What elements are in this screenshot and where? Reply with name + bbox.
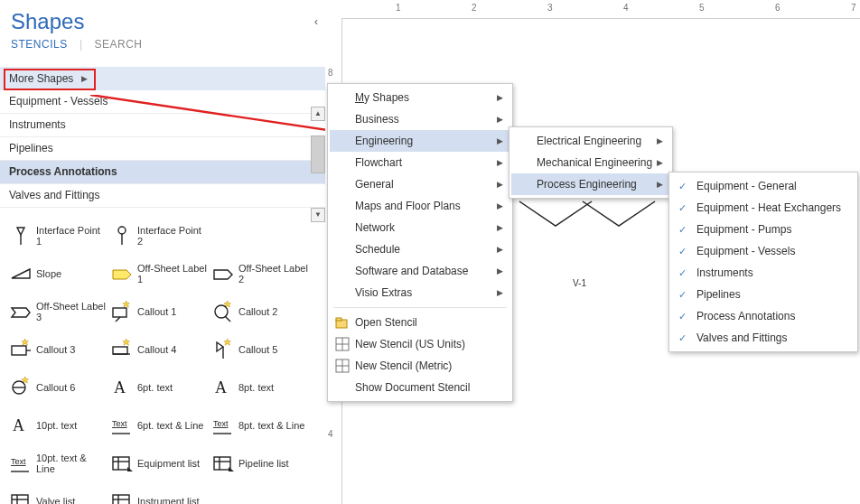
- chevron-right-icon: ▶: [497, 238, 503, 260]
- menu-item-procann[interactable]: ✓Process Annotations: [671, 305, 855, 327]
- menu-item-label: Visio Extras: [355, 286, 412, 299]
- more-shapes-row[interactable]: More Shapes ▶: [0, 67, 325, 90]
- svg-text:A: A: [215, 378, 227, 397]
- stencil-list: Equipment - VesselsInstrumentsPipelinesP…: [0, 90, 325, 208]
- scroll-down-button[interactable]: ▼: [311, 208, 325, 222]
- menu-item-flowchart[interactable]: Flowchart▶: [330, 152, 510, 173]
- svg-point-10: [215, 305, 228, 318]
- menu-item-pipes[interactable]: ✓Pipelines: [671, 284, 855, 305]
- shape-label: Pipeline list: [235, 458, 309, 469]
- menu-item-eqpump[interactable]: ✓Equipment - Pumps: [671, 219, 855, 240]
- svg-rect-12: [12, 346, 26, 355]
- shape-callout5[interactable]: Callout 5: [211, 338, 313, 374]
- menu-item-business[interactable]: Business▶: [330, 108, 510, 130]
- shape-interface1[interactable]: Interface Point 1: [9, 224, 110, 260]
- menu-item-label: Equipment - Heat Exchangers: [696, 201, 841, 214]
- equiplist-icon: [110, 452, 134, 475]
- shape-pipelist[interactable]: Pipeline list: [211, 452, 313, 488]
- chevron-right-icon: ▶: [497, 108, 503, 130]
- txt8-icon: A: [211, 376, 235, 399]
- shape-label: Off-Sheet Label 1: [134, 263, 208, 285]
- menu-item-elec[interactable]: Electrical Engineering▶: [511, 130, 670, 152]
- shape-slope[interactable]: Slope: [9, 262, 110, 298]
- shape-offsheet1[interactable]: Off-Sheet Label 1: [110, 262, 211, 298]
- menu-item-label: Valves and Fittings: [696, 331, 788, 344]
- shape-label: Instrument list: [134, 496, 208, 504]
- shape-instrlist[interactable]: Instrument list: [110, 490, 211, 504]
- stencil-item[interactable]: Instruments: [0, 114, 325, 137]
- chevron-right-icon: ▶: [657, 173, 663, 195]
- stencil-item[interactable]: Equipment - Vessels: [0, 90, 325, 114]
- menu-item-myshapes[interactable]: My Shapes▶: [330, 87, 510, 108]
- menu-item-label: Flowchart: [355, 156, 402, 169]
- slope-icon: [9, 262, 33, 285]
- shape-interface2[interactable]: Interface Point 2: [110, 224, 211, 260]
- valvelist-icon: [9, 490, 33, 504]
- svg-rect-29: [113, 457, 129, 470]
- menu-item-eqgen[interactable]: ✓Equipment - General: [671, 175, 855, 197]
- shape-label: 10pt. text & Line: [33, 453, 107, 474]
- stencil-item[interactable]: Process Annotations: [0, 161, 325, 184]
- menu-item-maps[interactable]: Maps and Floor Plans▶: [330, 195, 510, 217]
- menu-item-label: Electrical Engineering: [537, 135, 641, 147]
- menu-item-engineering[interactable]: Engineering▶: [330, 130, 510, 152]
- shape-callout6[interactable]: Callout 6: [9, 376, 110, 412]
- menu-item-eqhx[interactable]: ✓Equipment - Heat Exchangers: [671, 197, 855, 219]
- menu-item-schedule[interactable]: Schedule▶: [330, 238, 510, 260]
- menu-item-open[interactable]: Open Stencil: [330, 312, 510, 333]
- scroll-up-button[interactable]: ▲: [311, 107, 325, 121]
- svg-marker-32: [127, 467, 133, 471]
- shape-callout1[interactable]: Callout 1: [110, 300, 211, 336]
- shape-txt6[interactable]: A6pt. text: [110, 376, 211, 412]
- shape-txt10[interactable]: A10pt. text: [9, 414, 110, 450]
- tab-separator: |: [79, 38, 91, 51]
- menu-item-software[interactable]: Software and Database▶: [330, 260, 510, 282]
- offsheet3-icon: [9, 300, 33, 323]
- menu-process-engineering: ✓Equipment - General✓Equipment - Heat Ex…: [668, 172, 858, 352]
- menu-item-eqves[interactable]: ✓Equipment - Vessels: [671, 240, 855, 262]
- vessel-shape[interactable]: [515, 199, 659, 226]
- chevron-right-icon: ▶: [497, 217, 503, 238]
- stencil-scrollbar[interactable]: ▲ ▼: [311, 107, 325, 222]
- menu-item-proc[interactable]: Process Engineering▶: [511, 173, 670, 195]
- check-icon: ✓: [678, 240, 687, 262]
- shape-offsheet3[interactable]: Off-Sheet Label 3: [9, 300, 110, 336]
- menu-item-instr[interactable]: ✓Instruments: [671, 262, 855, 284]
- menu-item-extras[interactable]: Visio Extras▶: [330, 282, 510, 303]
- scroll-thumb[interactable]: [311, 135, 325, 173]
- menu-item-network[interactable]: Network▶: [330, 217, 510, 238]
- shape-equiplist[interactable]: Equipment list: [110, 452, 211, 488]
- check-icon: ✓: [678, 262, 687, 284]
- tab-stencils[interactable]: STENCILS: [11, 38, 77, 51]
- check-icon: ✓: [678, 219, 687, 240]
- menu-item-valves[interactable]: ✓Valves and Fittings: [671, 327, 855, 349]
- shape-valvelist[interactable]: Valve list: [9, 490, 110, 504]
- shape-txt6l[interactable]: Text6pt. text & Line: [110, 414, 211, 450]
- shape-label: Interface Point 1: [33, 225, 107, 247]
- chevron-right-icon: ▶: [497, 260, 503, 282]
- shape-txt8[interactable]: A8pt. text: [211, 376, 313, 412]
- menu-item-general[interactable]: General▶: [330, 173, 510, 195]
- menu-item-newmet[interactable]: New Stencil (Metric): [330, 355, 510, 377]
- collapse-chevron-icon[interactable]: ‹: [314, 14, 318, 28]
- chevron-right-icon: ▶: [497, 152, 503, 173]
- offsheet1-icon: [110, 262, 134, 285]
- menu-item-newus[interactable]: New Stencil (US Units): [330, 333, 510, 355]
- shape-label: Callout 5: [235, 344, 309, 355]
- menu-item-label: Process Annotations: [696, 310, 795, 322]
- vessel-label: V-1: [573, 278, 586, 288]
- shape-callout4[interactable]: Callout 4: [110, 338, 211, 374]
- shape-offsheet2[interactable]: Off-Sheet Label 2: [211, 262, 313, 298]
- stencil-item[interactable]: Pipelines: [0, 137, 325, 161]
- shape-txt8l[interactable]: Text8pt. text & Line: [211, 414, 313, 450]
- shape-callout2[interactable]: Callout 2: [211, 300, 313, 336]
- svg-marker-0: [17, 228, 24, 235]
- shape-txt10l[interactable]: Text10pt. text & Line: [9, 452, 110, 488]
- shape-callout3[interactable]: Callout 3: [9, 338, 110, 374]
- shapes-panel: Shapes ‹ STENCILS | SEARCH More Shapes ▶…: [0, 0, 326, 504]
- tab-search[interactable]: SEARCH: [95, 38, 152, 51]
- menu-item-showdoc[interactable]: Show Document Stencil: [330, 377, 510, 398]
- stencil-item[interactable]: Valves and Fittings: [0, 184, 325, 208]
- svg-text:A: A: [13, 416, 24, 434]
- menu-item-mech[interactable]: Mechanical Engineering▶: [511, 152, 670, 173]
